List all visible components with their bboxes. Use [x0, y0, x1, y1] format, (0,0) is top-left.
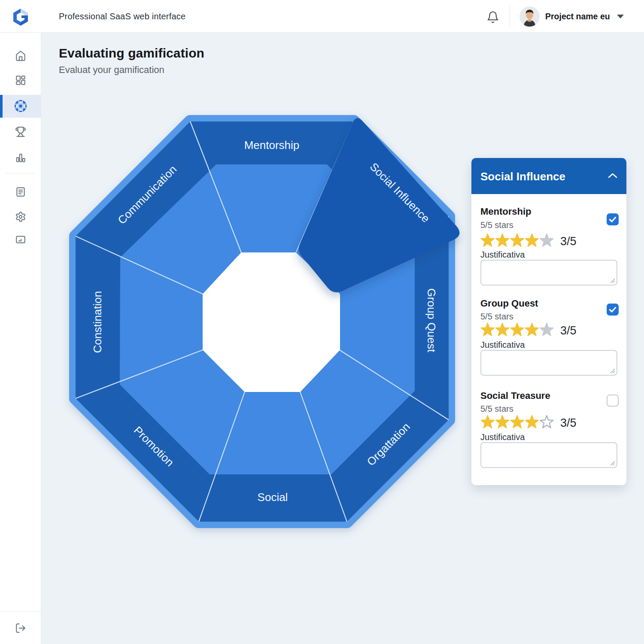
- svg-text:Group Quest: Group Quest: [425, 289, 438, 353]
- svg-text:Constination: Constination: [91, 291, 104, 353]
- svg-text:Social: Social: [258, 491, 288, 504]
- svg-text:Mentorship: Mentorship: [244, 139, 300, 152]
